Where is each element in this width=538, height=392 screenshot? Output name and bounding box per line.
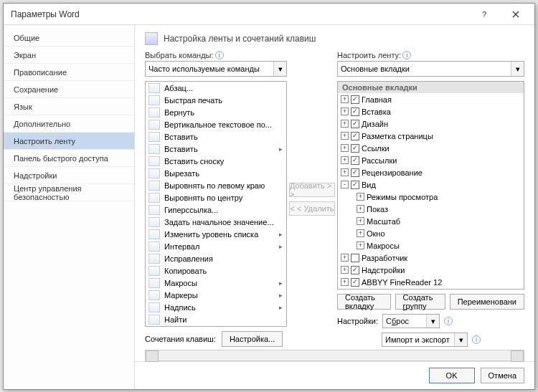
expand-icon[interactable]: + [341, 95, 349, 103]
checkbox[interactable]: ✓ [351, 95, 359, 104]
sidebar-item[interactable]: Сохранение [4, 81, 134, 98]
expand-icon[interactable]: + [341, 107, 349, 115]
command-item[interactable]: Найти [146, 313, 286, 325]
expand-icon[interactable]: + [341, 254, 349, 262]
sidebar-item[interactable]: Дополнительно [4, 115, 134, 133]
command-item[interactable]: Нарисовать таблицу [146, 325, 286, 327]
command-item[interactable]: Маркеры▸ [146, 289, 286, 301]
command-item[interactable]: Изменить уровень списка▸ [146, 228, 286, 240]
remove-button[interactable]: < < Удалить [289, 201, 335, 216]
checkbox[interactable]: ✓ [351, 156, 359, 165]
tree-node[interactable]: +✓Рассылки [338, 154, 524, 166]
ok-button[interactable]: OK [429, 368, 475, 383]
checkbox[interactable] [351, 254, 359, 262]
command-item[interactable]: Вернуть [146, 106, 286, 118]
sidebar-item[interactable]: Общие [4, 29, 134, 47]
tree-node[interactable]: +✓Главная [338, 93, 524, 105]
tree-node[interactable]: +✓Надстройки [338, 264, 524, 276]
checkbox[interactable]: ✓ [351, 168, 359, 177]
command-item[interactable]: Быстрая печать [146, 94, 286, 106]
expand-icon[interactable]: + [357, 217, 364, 225]
checkbox[interactable]: ✓ [351, 107, 359, 116]
sidebar-item[interactable]: Панель быстрого доступа [4, 150, 134, 167]
expand-icon[interactable]: + [341, 168, 349, 176]
tree-node[interactable]: +Режимы просмотра [338, 191, 524, 203]
sidebar-item[interactable]: Правописание [4, 64, 134, 81]
command-item[interactable]: Макросы▸ [146, 277, 286, 289]
checkbox[interactable]: ✓ [351, 181, 359, 189]
sidebar-item[interactable]: Экран [4, 47, 134, 64]
command-item[interactable]: Надпись▸ [146, 301, 286, 313]
cancel-button[interactable]: Отмена [481, 368, 524, 383]
checkbox[interactable]: ✓ [351, 132, 359, 140]
help-button[interactable]: ? [468, 4, 500, 24]
rename-button[interactable]: Переименовани [450, 294, 524, 310]
command-item[interactable]: Копировать [146, 264, 286, 277]
expand-icon[interactable]: + [341, 278, 349, 286]
window-title: Параметры Word [11, 9, 468, 19]
ribbon-tree[interactable]: Основные вкладки+✓Главная+✓Вставка+✓Диза… [337, 81, 524, 290]
command-item[interactable]: Интервал▸ [146, 240, 286, 252]
help-icon[interactable]: i [402, 51, 411, 59]
tree-node[interactable]: +✓Рецензирование [338, 166, 524, 178]
expand-icon[interactable]: - [341, 181, 349, 188]
command-item[interactable]: Вставить сноску [146, 155, 286, 167]
command-item[interactable]: Абзац... [146, 82, 286, 94]
tree-node[interactable]: +✓Разметка страницы [338, 130, 524, 142]
tree-node[interactable]: +✓Ссылки [338, 142, 524, 154]
command-item[interactable]: Вставить [146, 130, 286, 143]
expand-icon[interactable]: + [341, 132, 349, 140]
new-tab-button[interactable]: Создать вкладку [337, 294, 391, 310]
command-item[interactable]: Гиперссылка... [146, 204, 286, 216]
help-icon[interactable]: i [215, 51, 224, 59]
tree-node-label: Вид [362, 181, 376, 189]
choose-commands-combo[interactable]: Часто используемые команды ▾ [145, 61, 287, 77]
tree-node[interactable]: +Масштаб [338, 215, 524, 227]
command-item[interactable]: Исправления [146, 252, 286, 264]
customize-shortcut-button[interactable]: Настройка... [222, 331, 283, 347]
sidebar-item[interactable]: Центр управления безопасностью [4, 184, 134, 201]
command-item[interactable]: Вставить▸ [146, 143, 286, 155]
new-group-button[interactable]: Создать группу [395, 294, 445, 310]
commands-listbox[interactable]: Абзац...Быстрая печатьВернутьВертикально… [145, 81, 287, 327]
tree-node[interactable]: +Показ [338, 203, 524, 215]
expand-icon[interactable]: + [357, 242, 364, 249]
help-icon[interactable]: i [472, 335, 481, 344]
tree-node[interactable]: +✓Дизайн [338, 118, 524, 130]
command-item[interactable]: Выровнять по центру [146, 191, 286, 204]
expand-icon[interactable]: + [357, 229, 364, 237]
command-item[interactable]: Вырезать [146, 167, 286, 179]
command-item[interactable]: Выровнять по левому краю [146, 179, 286, 191]
tree-node[interactable]: +Разработчик [338, 252, 524, 264]
close-button[interactable] [500, 4, 532, 24]
expand-icon[interactable]: + [341, 120, 349, 128]
expand-icon[interactable]: + [341, 144, 349, 152]
sidebar-item[interactable]: Надстройки [4, 167, 134, 184]
tree-node[interactable]: +✓Вставка [338, 105, 524, 118]
command-item[interactable]: Задать начальное значение... [146, 216, 286, 228]
tree-node[interactable]: +Макросы [338, 239, 524, 252]
shortcut-label: Сочетания клавиш: [145, 335, 216, 343]
command-item[interactable]: Вертикальное текстовое по... [146, 118, 286, 130]
help-icon[interactable]: i [444, 317, 453, 325]
expand-icon[interactable]: + [357, 205, 364, 213]
tree-node[interactable]: +✓ABBYY FineReader 12 [338, 276, 524, 288]
horizontal-scrollbar[interactable] [145, 350, 524, 361]
expand-icon[interactable]: + [341, 266, 349, 274]
sidebar-item[interactable]: Настроить ленту [4, 133, 134, 150]
checkbox[interactable]: ✓ [351, 266, 359, 274]
sidebar-item[interactable]: Язык [4, 98, 134, 115]
combo-value: Часто используемые команды [148, 64, 260, 73]
expand-icon[interactable]: + [357, 193, 364, 201]
customize-ribbon-combo[interactable]: Основные вкладки ▾ [337, 61, 524, 77]
add-button[interactable]: Добавить > > [289, 183, 335, 197]
checkbox[interactable]: ✓ [351, 144, 359, 153]
tree-node[interactable]: +Окно [338, 227, 524, 239]
checkbox[interactable]: ✓ [351, 120, 359, 128]
reset-combo[interactable]: Сброс ▾ [382, 314, 440, 328]
expand-icon[interactable]: + [341, 156, 349, 164]
tree-node[interactable]: -✓Вид [338, 178, 524, 191]
checkbox[interactable]: ✓ [351, 278, 359, 287]
import-export-combo[interactable]: Импорт и экспорт ▾ [382, 333, 468, 347]
tree-node[interactable]: +✓novaPDF [338, 288, 524, 290]
